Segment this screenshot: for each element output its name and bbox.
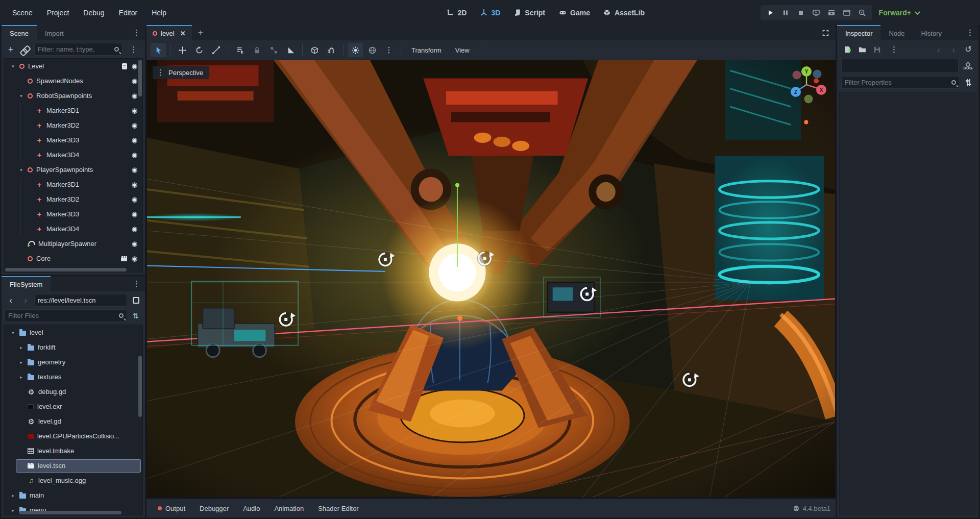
workspace-tab-2d[interactable]: 2D [447,9,467,17]
expander-icon[interactable]: ▸ [10,493,16,498]
preview-options-button[interactable]: ⋮ [381,43,397,57]
tree-row[interactable]: ▾ level [4,325,142,340]
visibility-icon[interactable]: ◉ [132,152,137,158]
play-scene-button[interactable] [825,7,838,19]
scene-tree-options-button[interactable]: ⋮ [125,45,142,54]
visibility-icon[interactable]: ◉ [132,166,137,173]
tree-row[interactable]: ▾ RobotSpawnpoints ◉ [4,88,142,103]
inspector-back-button[interactable]: ‹ [933,43,945,56]
expander-icon[interactable]: ▸ [18,375,24,380]
view-axis-gizmo[interactable]: Y X Z [789,65,828,104]
expander-icon[interactable]: ▾ [10,64,16,69]
close-tab-icon[interactable]: ✕ [180,30,186,37]
load-resource-button[interactable] [856,43,868,56]
file-filter-input[interactable] [8,312,117,319]
tree-row[interactable]: ▾ Level ◉ [4,59,142,73]
menu-scene[interactable]: Scene [7,6,38,19]
add-node-button[interactable]: + [5,43,17,56]
workspace-tab-assetlib[interactable]: AssetLib [603,9,645,17]
renderer-selector[interactable]: Forward+ [879,9,919,17]
tree-row[interactable]: Marker3D3 ◉ [4,133,142,147]
scale-mode-button[interactable] [208,43,224,57]
axis-negative-z-ball[interactable] [813,70,822,79]
script-icon[interactable] [122,63,127,69]
visibility-icon[interactable]: ◉ [132,226,137,232]
instance-icon[interactable] [121,256,127,261]
ruler-mode-button[interactable] [283,43,298,57]
magnet-snap-button[interactable] [324,43,339,57]
tree-row[interactable]: MultiplayerSpawner ◉ [4,236,142,251]
edited-object-field[interactable] [841,59,959,73]
filesystem-horizontal-scrollbar[interactable] [19,511,121,514]
lock-selected-button[interactable] [249,43,264,57]
toggle-split-mode-button[interactable] [130,294,142,307]
tree-row[interactable]: level_music.ogg [4,473,142,488]
axis-negative-x-ball[interactable] [793,71,801,80]
preview-sunlight-button[interactable] [348,43,363,57]
visibility-icon[interactable]: ◉ [132,107,137,114]
axis-negative-y-ball[interactable] [804,95,813,104]
visibility-icon[interactable]: ◉ [132,137,137,143]
tree-row[interactable]: ▸ main [4,488,142,503]
tab-node[interactable]: Node [880,25,913,40]
visibility-icon[interactable]: ◉ [132,211,137,217]
scene-filter-input[interactable] [38,45,112,53]
resource-path-input[interactable] [38,296,124,304]
select-mode-button[interactable] [151,43,166,57]
expander-icon[interactable]: ▸ [10,508,16,513]
menu-help[interactable]: Help [146,6,172,19]
menu-project[interactable]: Project [42,6,75,19]
tree-row[interactable]: level.exr [4,399,142,414]
snap-mode-button[interactable] [307,43,322,57]
rotate-mode-button[interactable] [191,43,207,57]
expander-icon[interactable]: ▸ [18,360,24,365]
resource-options-button[interactable]: ⋮ [886,45,902,54]
projection-menu[interactable]: ⋮ Perspective [153,66,209,79]
tree-row[interactable]: Marker3D3 ◉ [4,207,142,221]
workspace-tab-3d[interactable]: 3D [480,9,500,17]
workspace-tab-game[interactable]: Game [558,9,590,17]
menu-debug[interactable]: Debug [78,6,109,19]
file-sort-button[interactable]: ⇅ [130,310,142,322]
save-resource-button[interactable] [871,43,883,56]
tree-row[interactable]: Marker3D2 ◉ [4,192,142,207]
move-mode-button[interactable] [175,43,190,57]
instantiate-scene-button[interactable] [19,43,32,56]
movie-maker-button[interactable] [855,7,869,19]
view-menu-button[interactable]: View [449,43,476,57]
selection-list-button[interactable] [232,43,248,57]
version-info[interactable]: 4.4.beta1 [793,505,830,512]
tab-history[interactable]: History [913,25,950,40]
open-docs-button[interactable]: DOC [961,62,974,70]
inspector-history-button[interactable]: ↺ [962,43,974,56]
tree-row[interactable]: Core ◉ [4,251,142,266]
panel-tab-shader-editor[interactable]: Shader Editor [312,502,365,515]
new-resource-button[interactable] [841,43,853,56]
inspector-forward-button[interactable]: › [947,43,960,56]
expander-icon[interactable]: ▸ [18,345,24,350]
open-scene-tab-level[interactable]: level ✕ [146,25,192,40]
nav-forward-button[interactable]: › [19,294,32,307]
scene-dock-menu-button[interactable]: ⋮ [128,25,145,40]
pause-button[interactable] [779,7,792,19]
filesystem-dock-menu-button[interactable]: ⋮ [128,276,145,291]
panel-tab-animation[interactable]: Animation [268,502,310,515]
preview-environment-button[interactable] [364,43,380,57]
tree-row[interactable]: Marker3D4 ◉ [4,221,142,236]
tree-row[interactable]: Marker3D2 ◉ [4,118,142,133]
workspace-tab-script[interactable]: Script [513,9,545,17]
tab-inspector[interactable]: Inspector [837,25,880,40]
inspector-dock-menu-button[interactable]: ⋮ [962,25,978,40]
tree-row[interactable]: level.tscn [4,458,142,473]
tree-row[interactable]: ▸ geometry [4,355,142,369]
transform-menu-button[interactable]: Transform [405,43,448,57]
tree-row[interactable]: level.lmbake [4,443,142,458]
viewport-3d-scene[interactable] [147,60,835,497]
new-scene-tab-button[interactable]: + [192,25,209,40]
viewport-3d[interactable]: ⋮ Perspective Y X Z [146,60,836,498]
tree-row[interactable]: level.GPUParticlesCollisio... [4,429,142,443]
panel-tab-audio[interactable]: Audio [237,502,266,515]
menu-editor[interactable]: Editor [114,6,143,19]
tree-row[interactable]: debug.gd [4,384,142,399]
stop-button[interactable] [794,7,807,19]
